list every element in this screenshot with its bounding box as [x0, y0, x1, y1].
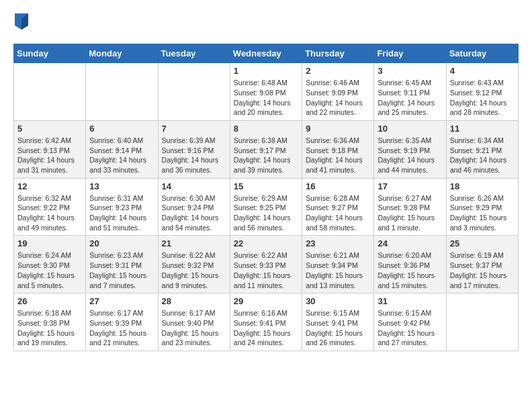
calendar-cell: 23Sunrise: 6:21 AM Sunset: 9:34 PM Dayli…	[302, 236, 374, 293]
calendar-cell: 8Sunrise: 6:38 AM Sunset: 9:17 PM Daylig…	[230, 120, 302, 178]
day-number: 20	[89, 238, 154, 248]
day-number: 15	[234, 181, 298, 191]
day-info: Sunrise: 6:40 AM Sunset: 9:14 PM Dayligh…	[89, 136, 154, 175]
calendar-cell: 18Sunrise: 6:26 AM Sunset: 9:29 PM Dayli…	[446, 178, 518, 236]
calendar-week-row: 12Sunrise: 6:32 AM Sunset: 9:22 PM Dayli…	[14, 178, 519, 236]
calendar-cell: 4Sunrise: 6:43 AM Sunset: 9:12 PM Daylig…	[446, 63, 518, 121]
calendar-cell: 12Sunrise: 6:32 AM Sunset: 9:22 PM Dayli…	[14, 178, 86, 236]
calendar-cell	[158, 63, 230, 121]
calendar-cell: 24Sunrise: 6:20 AM Sunset: 9:36 PM Dayli…	[374, 236, 446, 293]
day-number: 25	[450, 238, 515, 248]
calendar-cell: 13Sunrise: 6:31 AM Sunset: 9:23 PM Dayli…	[86, 178, 158, 236]
calendar-header-monday: Monday	[86, 44, 158, 63]
day-number: 23	[306, 238, 370, 248]
calendar-cell: 29Sunrise: 6:16 AM Sunset: 9:41 PM Dayli…	[230, 293, 302, 351]
calendar-table: SundayMondayTuesdayWednesdayThursdayFrid…	[13, 44, 519, 351]
day-info: Sunrise: 6:23 AM Sunset: 9:31 PM Dayligh…	[89, 250, 154, 290]
day-number: 6	[89, 124, 154, 134]
day-info: Sunrise: 6:19 AM Sunset: 9:37 PM Dayligh…	[450, 250, 515, 290]
day-info: Sunrise: 6:16 AM Sunset: 9:41 PM Dayligh…	[234, 308, 298, 348]
calendar-week-row: 26Sunrise: 6:18 AM Sunset: 9:38 PM Dayli…	[14, 293, 519, 351]
day-number: 18	[450, 181, 515, 191]
day-info: Sunrise: 6:42 AM Sunset: 9:13 PM Dayligh…	[17, 136, 82, 175]
calendar-header-thursday: Thursday	[302, 44, 374, 63]
day-number: 9	[306, 124, 370, 134]
day-number: 12	[17, 181, 82, 191]
day-info: Sunrise: 6:35 AM Sunset: 9:19 PM Dayligh…	[378, 136, 442, 175]
day-info: Sunrise: 6:30 AM Sunset: 9:24 PM Dayligh…	[162, 193, 226, 233]
calendar-cell: 9Sunrise: 6:36 AM Sunset: 9:18 PM Daylig…	[302, 120, 374, 178]
calendar-cell: 31Sunrise: 6:15 AM Sunset: 9:42 PM Dayli…	[374, 293, 446, 351]
calendar-cell: 28Sunrise: 6:17 AM Sunset: 9:40 PM Dayli…	[158, 293, 230, 351]
calendar-cell	[14, 63, 86, 121]
day-number: 17	[378, 181, 442, 191]
day-info: Sunrise: 6:24 AM Sunset: 9:30 PM Dayligh…	[17, 250, 82, 290]
day-number: 13	[89, 181, 154, 191]
day-info: Sunrise: 6:15 AM Sunset: 9:41 PM Dayligh…	[306, 308, 370, 348]
day-number: 26	[17, 296, 82, 306]
day-info: Sunrise: 6:39 AM Sunset: 9:16 PM Dayligh…	[162, 136, 226, 175]
day-info: Sunrise: 6:17 AM Sunset: 9:39 PM Dayligh…	[89, 308, 154, 348]
calendar-cell: 25Sunrise: 6:19 AM Sunset: 9:37 PM Dayli…	[446, 236, 518, 293]
calendar-cell: 7Sunrise: 6:39 AM Sunset: 9:16 PM Daylig…	[158, 120, 230, 178]
day-info: Sunrise: 6:22 AM Sunset: 9:32 PM Dayligh…	[162, 250, 226, 290]
calendar-week-row: 19Sunrise: 6:24 AM Sunset: 9:30 PM Dayli…	[14, 236, 519, 293]
day-info: Sunrise: 6:26 AM Sunset: 9:29 PM Dayligh…	[450, 193, 515, 233]
day-number: 3	[378, 66, 442, 76]
calendar-cell: 21Sunrise: 6:22 AM Sunset: 9:32 PM Dayli…	[158, 236, 230, 293]
calendar-cell: 16Sunrise: 6:28 AM Sunset: 9:27 PM Dayli…	[302, 178, 374, 236]
day-number: 27	[89, 296, 154, 306]
calendar-week-row: 5Sunrise: 6:42 AM Sunset: 9:13 PM Daylig…	[14, 120, 519, 178]
day-number: 8	[234, 124, 298, 134]
calendar-week-row: 1Sunrise: 6:48 AM Sunset: 9:08 PM Daylig…	[14, 63, 519, 121]
day-info: Sunrise: 6:22 AM Sunset: 9:33 PM Dayligh…	[234, 250, 298, 290]
calendar-cell: 26Sunrise: 6:18 AM Sunset: 9:38 PM Dayli…	[14, 293, 86, 351]
calendar-cell	[86, 63, 158, 121]
day-info: Sunrise: 6:29 AM Sunset: 9:25 PM Dayligh…	[234, 193, 298, 233]
day-number: 24	[378, 238, 442, 248]
day-number: 5	[17, 124, 82, 134]
day-info: Sunrise: 6:15 AM Sunset: 9:42 PM Dayligh…	[378, 308, 442, 348]
calendar-cell: 17Sunrise: 6:27 AM Sunset: 9:28 PM Dayli…	[374, 178, 446, 236]
day-info: Sunrise: 6:28 AM Sunset: 9:27 PM Dayligh…	[306, 193, 370, 233]
calendar-cell: 22Sunrise: 6:22 AM Sunset: 9:33 PM Dayli…	[230, 236, 302, 293]
day-number: 31	[378, 296, 442, 306]
day-number: 11	[450, 124, 515, 134]
day-number: 22	[234, 238, 298, 248]
day-number: 29	[234, 296, 298, 306]
day-number: 7	[162, 124, 226, 134]
day-number: 19	[17, 238, 82, 248]
calendar-cell: 2Sunrise: 6:46 AM Sunset: 9:09 PM Daylig…	[302, 63, 374, 121]
calendar-header-saturday: Saturday	[446, 44, 518, 63]
day-info: Sunrise: 6:43 AM Sunset: 9:12 PM Dayligh…	[450, 78, 515, 118]
day-info: Sunrise: 6:38 AM Sunset: 9:17 PM Dayligh…	[234, 136, 298, 175]
calendar-cell: 19Sunrise: 6:24 AM Sunset: 9:30 PM Dayli…	[14, 236, 86, 293]
day-info: Sunrise: 6:48 AM Sunset: 9:08 PM Dayligh…	[234, 78, 298, 118]
logo	[13, 13, 28, 33]
calendar-cell	[446, 293, 518, 351]
day-number: 28	[162, 296, 226, 306]
day-info: Sunrise: 6:21 AM Sunset: 9:34 PM Dayligh…	[306, 250, 370, 290]
day-number: 16	[306, 181, 370, 191]
day-number: 30	[306, 296, 370, 306]
page-header	[13, 13, 519, 33]
calendar-header-friday: Friday	[374, 44, 446, 63]
day-info: Sunrise: 6:46 AM Sunset: 9:09 PM Dayligh…	[306, 78, 370, 118]
day-info: Sunrise: 6:32 AM Sunset: 9:22 PM Dayligh…	[17, 193, 82, 233]
calendar-cell: 27Sunrise: 6:17 AM Sunset: 9:39 PM Dayli…	[86, 293, 158, 351]
calendar-cell: 1Sunrise: 6:48 AM Sunset: 9:08 PM Daylig…	[230, 63, 302, 121]
calendar-cell: 11Sunrise: 6:34 AM Sunset: 9:21 PM Dayli…	[446, 120, 518, 178]
day-info: Sunrise: 6:45 AM Sunset: 9:11 PM Dayligh…	[378, 78, 442, 118]
day-number: 1	[234, 66, 298, 76]
calendar-header-row: SundayMondayTuesdayWednesdayThursdayFrid…	[14, 44, 519, 63]
day-info: Sunrise: 6:20 AM Sunset: 9:36 PM Dayligh…	[378, 250, 442, 290]
day-number: 14	[162, 181, 226, 191]
calendar-cell: 14Sunrise: 6:30 AM Sunset: 9:24 PM Dayli…	[158, 178, 230, 236]
calendar-cell: 20Sunrise: 6:23 AM Sunset: 9:31 PM Dayli…	[86, 236, 158, 293]
calendar-cell: 15Sunrise: 6:29 AM Sunset: 9:25 PM Dayli…	[230, 178, 302, 236]
logo-text	[13, 13, 28, 33]
day-number: 4	[450, 66, 515, 76]
day-number: 21	[162, 238, 226, 248]
calendar-header-wednesday: Wednesday	[230, 44, 302, 63]
day-number: 10	[378, 124, 442, 134]
